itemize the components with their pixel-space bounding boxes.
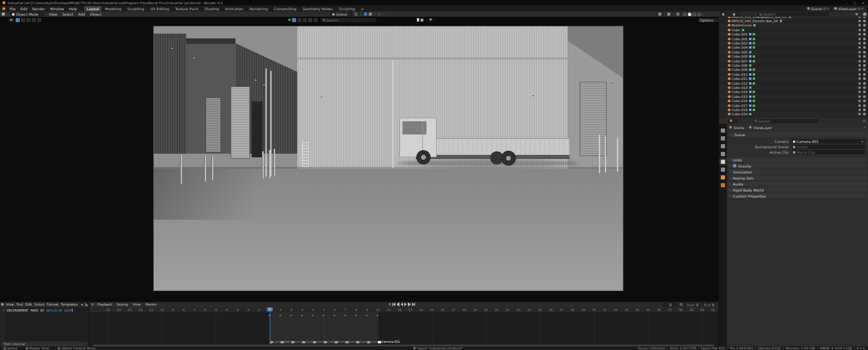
camera-marker[interactable]: Camera.003 <box>291 340 303 343</box>
unlink-scene-icon[interactable]: ✕ <box>827 7 829 10</box>
active-clip-field[interactable]: Movie Clip <box>792 150 865 154</box>
auto-keying-icon[interactable] <box>389 303 391 306</box>
hide-viewport-eye-icon[interactable] <box>858 20 861 22</box>
tab-scene[interactable] <box>721 160 725 164</box>
timeline-menu-marker[interactable]: Marker <box>143 303 159 306</box>
filter-curve-icon[interactable] <box>297 18 302 22</box>
workspace-tab-uv-editing[interactable]: UV Editing <box>148 6 171 11</box>
transform-orientation-dropdown[interactable]: Global⌄ <box>330 12 353 16</box>
menu-file[interactable]: File <box>7 7 18 11</box>
scene-panel-header[interactable]: ⌄Scene <box>728 132 867 137</box>
filter-funnel-icon[interactable] <box>429 19 432 21</box>
outliner-search-input[interactable]: Search <box>757 12 830 16</box>
hide-viewport-eye-icon[interactable] <box>858 109 861 111</box>
disable-render-camera-icon[interactable] <box>863 68 866 71</box>
overlays-icon[interactable] <box>667 13 670 16</box>
select-mode-set-icon[interactable] <box>16 18 20 22</box>
workspace-tab-animation[interactable]: Animation <box>223 6 246 11</box>
camera-marker[interactable]: Camera.010 <box>367 340 378 343</box>
new-scene-icon[interactable]: ⧉ <box>823 7 825 10</box>
camera-marker[interactable]: Camera.004 <box>302 340 314 343</box>
properties-display-icon[interactable]: ⌄ <box>728 119 738 123</box>
timeline-ruler[interactable]: -15-14-13-12-11-10-9-8-7-6-5-4-3-2-11234… <box>90 307 718 312</box>
outliner-item[interactable]: ›Cube.004 <box>719 46 868 50</box>
next-keyframe-button[interactable] <box>408 303 411 306</box>
outliner-item[interactable]: ›BezierCurve <box>719 23 868 28</box>
hide-viewport-eye-icon[interactable] <box>858 104 861 107</box>
outliner-item[interactable]: ›Cube <box>719 28 868 32</box>
properties-search-input[interactable]: Search <box>753 119 819 123</box>
falloff-icon[interactable]: ∧⌄ <box>383 13 387 16</box>
panel-simulation[interactable]: ›Simulation <box>728 169 867 174</box>
blender-menu-icon[interactable] <box>2 7 5 10</box>
disable-render-camera-icon[interactable] <box>863 113 866 115</box>
text-menu-format[interactable]: Format <box>46 303 59 306</box>
search-options-icon[interactable]: ⌄ <box>377 19 380 22</box>
timeline-menu-keying[interactable]: Keying <box>115 303 130 306</box>
hide-viewport-eye-icon[interactable] <box>858 33 861 35</box>
disable-render-camera-icon[interactable] <box>863 55 866 58</box>
show-gizmo-icon[interactable] <box>658 13 661 16</box>
workspace-tab-texture-paint[interactable]: Texture Paint <box>172 6 201 11</box>
panel-rigid-body-world[interactable]: ›Rigid Body World <box>728 187 867 192</box>
outliner-item[interactable]: ›Cube.014 <box>719 90 868 94</box>
camera-marker[interactable]: Camera.002 <box>281 340 292 343</box>
menu-edit[interactable]: Edit <box>18 7 30 11</box>
gravity-checkbox[interactable]: ✓ <box>733 164 736 167</box>
outliner-item[interactable]: ›Cube.018 <box>719 107 868 112</box>
hide-viewport-eye-icon[interactable] <box>858 113 861 115</box>
disable-render-camera-icon[interactable] <box>863 38 866 40</box>
disable-render-camera-icon[interactable] <box>863 24 866 26</box>
outliner-item[interactable]: ›Cube.017 <box>719 103 868 107</box>
options-dropdown[interactable]: Options⌄ <box>698 18 719 22</box>
text-editor-body[interactable]: 1 ENVIRONMENT MADE BY @KYLEC3D 2025 <box>0 307 89 341</box>
outliner-filter-funnel-icon[interactable] <box>855 13 858 16</box>
hide-viewport-eye-icon[interactable] <box>858 29 861 31</box>
use-preview-range-icon[interactable] <box>680 303 682 306</box>
disable-render-camera-icon[interactable] <box>863 20 866 22</box>
start-frame-field[interactable]: Start0 <box>684 303 700 307</box>
shading-solid-icon[interactable] <box>688 13 691 16</box>
hide-viewport-eye-icon[interactable] <box>858 91 861 93</box>
hide-viewport-eye-icon[interactable] <box>858 86 861 89</box>
disable-render-camera-icon[interactable] <box>863 104 866 107</box>
prev-keyframe-button[interactable] <box>396 303 399 306</box>
jump-to-start-button[interactable] <box>392 303 395 306</box>
viewport-3d[interactable] <box>0 23 718 302</box>
hide-viewport-eye-icon[interactable] <box>858 100 861 102</box>
snap-magnet-icon[interactable] <box>354 13 357 16</box>
menu-render[interactable]: Render <box>30 7 47 11</box>
workspace-tab-geometry-nodes[interactable]: Geometry Nodes <box>300 6 335 11</box>
disable-render-camera-icon[interactable] <box>863 60 866 62</box>
current-frame-field[interactable]: 0 <box>663 303 678 307</box>
hide-viewport-eye-icon[interactable] <box>858 38 861 40</box>
properties-options-icon[interactable]: ▤ <box>863 119 868 122</box>
outliner-item[interactable]: ›Cube.015 <box>719 94 868 98</box>
select-mode-intersect-icon[interactable] <box>37 18 41 22</box>
tab-object[interactable] <box>721 175 725 180</box>
view-layer-selector[interactable]: ViewLayer ⧉ ✕ <box>833 7 866 11</box>
filter-collapse-icon[interactable]: ⌄ <box>285 19 287 22</box>
tab-render[interactable] <box>721 136 725 140</box>
camera-marker[interactable]: Camera.008 <box>345 340 357 343</box>
camera-marker[interactable]: Camera.006 <box>324 340 335 343</box>
hide-viewport-eye-icon[interactable] <box>858 82 861 85</box>
outliner-item[interactable]: ›Cube.012 <box>719 81 868 85</box>
breadcrumb-scene[interactable]: Scene <box>733 125 744 130</box>
disable-render-camera-icon[interactable] <box>863 64 866 67</box>
hide-viewport-eye-icon[interactable] <box>858 60 861 62</box>
filter-camera-icon[interactable] <box>314 18 318 22</box>
outliner-item[interactable]: ›Cube.002 <box>719 37 868 41</box>
snap-target-icon[interactable] <box>364 13 367 16</box>
current-frame-line[interactable] <box>270 312 270 344</box>
text-menu-view[interactable]: View <box>5 303 15 306</box>
disable-render-camera-icon[interactable] <box>863 51 866 53</box>
text-datablock-selector[interactable]: Te <box>79 303 89 306</box>
workspace-tab-modeling[interactable]: Modeling <box>103 6 124 11</box>
outliner-item[interactable]: ›Cube.009 <box>719 68 868 72</box>
close-button[interactable]: ✕ <box>861 1 864 5</box>
hide-viewport-eye-icon[interactable] <box>858 51 861 53</box>
xray-toggle-icon[interactable] <box>676 13 679 16</box>
filter-mesh-icon[interactable] <box>292 18 296 22</box>
jump-to-end-button[interactable] <box>412 303 415 306</box>
